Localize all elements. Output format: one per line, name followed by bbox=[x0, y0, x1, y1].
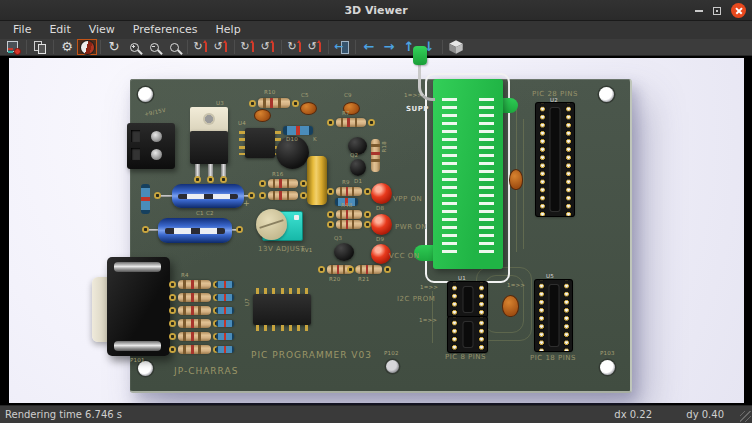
rotate-x-cw-button[interactable]: ↻ bbox=[191, 39, 211, 55]
menu-view[interactable]: View bbox=[80, 21, 124, 39]
redraw-button[interactable]: ↻ bbox=[104, 39, 124, 55]
viewport-frame: +9/15V U3 R10 C5 C9 R7 U4 D10 K Q2 D1 R1… bbox=[0, 56, 752, 405]
toolbar-separator bbox=[281, 40, 282, 54]
orthographic-projection-button[interactable] bbox=[446, 39, 466, 55]
silkscreen-label: R48 bbox=[341, 202, 352, 208]
resistor-r7 bbox=[336, 118, 366, 127]
refresh-icon: ↻ bbox=[109, 40, 120, 54]
capacitor-c5 bbox=[300, 102, 317, 115]
copy-icon bbox=[34, 41, 47, 54]
silkscreen-label: 1=>> bbox=[419, 317, 437, 323]
resistor bbox=[178, 319, 211, 328]
rotate-z-cw-button[interactable]: ↻ bbox=[285, 39, 305, 55]
arrow-right-icon: → bbox=[384, 40, 395, 54]
resistor-r16b bbox=[268, 191, 298, 200]
silkscreen-label: D9 bbox=[376, 236, 384, 242]
3d-viewer-window: 3D Viewer File Edit View Preferences Hel… bbox=[0, 0, 752, 423]
move-board-button[interactable]: ← bbox=[332, 39, 352, 55]
move-board-icon: ← bbox=[335, 41, 349, 54]
rotate-x-ccw-icon: ↺ bbox=[214, 40, 229, 54]
diode bbox=[216, 333, 234, 340]
silkscreen-label: R9 bbox=[342, 179, 350, 185]
silkscreen-label: PWR ON bbox=[395, 223, 427, 231]
rotate-z-cw-icon: ↻ bbox=[288, 40, 303, 54]
rotate-y-cw-button[interactable]: ↻ bbox=[238, 39, 258, 55]
diode-d10 bbox=[283, 126, 313, 135]
rotate-z-ccw-button[interactable]: ↺ bbox=[305, 39, 325, 55]
reload-board-button[interactable] bbox=[3, 39, 23, 55]
terminal-screw bbox=[151, 131, 162, 142]
diode-d1 bbox=[350, 159, 366, 176]
gear-icon: ⚙ bbox=[61, 40, 73, 54]
zoom-in-button[interactable] bbox=[124, 39, 144, 55]
pcb-board: +9/15V U3 R10 C5 C9 R7 U4 D10 K Q2 D1 R1… bbox=[130, 79, 632, 393]
menu-preferences[interactable]: Preferences bbox=[124, 21, 207, 39]
transistor-q3 bbox=[334, 243, 354, 261]
move-left-button[interactable]: ← bbox=[359, 39, 379, 55]
window-title: 3D Viewer bbox=[344, 4, 407, 17]
silkscreen-label: U7 bbox=[244, 298, 250, 306]
silkscreen-label: R18 bbox=[381, 141, 387, 152]
mounting-hole bbox=[138, 87, 153, 102]
menu-bar: File Edit View Preferences Help bbox=[0, 21, 752, 39]
render-options-button[interactable]: ⚙ bbox=[57, 39, 77, 55]
silkscreen-label: C9 bbox=[344, 92, 352, 98]
toolbar-separator bbox=[26, 40, 27, 54]
raytracing-render-button[interactable] bbox=[77, 39, 97, 55]
silkscreen-label: R16 bbox=[272, 171, 283, 177]
resistor bbox=[178, 332, 211, 341]
socket-18pin-u5 bbox=[535, 280, 572, 351]
status-bar: Rendering time 6.746 s dx 0.22 dy 0.40 bbox=[0, 405, 752, 423]
silkscreen-label: SUPP bbox=[406, 105, 429, 113]
menu-file[interactable]: File bbox=[4, 21, 40, 39]
mounting-hole-p102 bbox=[386, 360, 399, 373]
resistor-r9 bbox=[336, 187, 362, 196]
toolbar: ⚙ ↻ ↻ ↺ ↻ ↺ ↻ bbox=[0, 39, 752, 56]
copy-image-button[interactable] bbox=[30, 39, 50, 55]
minimize-icon[interactable] bbox=[695, 10, 703, 12]
resistor-r18 bbox=[371, 139, 380, 172]
terminal-screw bbox=[151, 149, 162, 160]
toolbar-separator bbox=[53, 40, 54, 54]
rotate-y-ccw-button[interactable]: ↺ bbox=[258, 39, 278, 55]
mounting-hole bbox=[599, 87, 614, 102]
silkscreen-label: PIC 18 PINS bbox=[530, 354, 576, 362]
menu-edit[interactable]: Edit bbox=[40, 21, 79, 39]
silkscreen-label: R20 bbox=[329, 276, 340, 282]
silkscreen-label: D1 bbox=[354, 178, 362, 184]
zoom-to-fit-button[interactable] bbox=[164, 39, 184, 55]
silkscreen-author: JP-CHARRAS bbox=[174, 366, 238, 376]
toolbar-separator bbox=[442, 40, 443, 54]
resize-grip[interactable] bbox=[740, 411, 751, 422]
rotate-y-ccw-icon: ↺ bbox=[261, 40, 276, 54]
silkscreen-label: R7 bbox=[342, 110, 350, 116]
silkscreen-label: 1=>> bbox=[507, 282, 525, 288]
socket-8pin-u1b bbox=[448, 317, 487, 352]
maximize-icon[interactable] bbox=[713, 7, 721, 15]
rotate-z-ccw-icon: ↺ bbox=[308, 40, 323, 54]
diode bbox=[216, 307, 234, 314]
menu-help[interactable]: Help bbox=[207, 21, 250, 39]
silkscreen-label: +9/15V bbox=[144, 107, 167, 117]
zoom-fit-icon bbox=[170, 43, 179, 52]
led-vcc bbox=[371, 244, 391, 264]
capacitor-yellow bbox=[307, 156, 327, 205]
mounting-hole-p103 bbox=[600, 360, 615, 375]
db9-screw bbox=[114, 341, 161, 351]
move-right-button[interactable]: → bbox=[379, 39, 399, 55]
resistor bbox=[336, 220, 362, 229]
close-icon[interactable] bbox=[731, 3, 746, 18]
silkscreen-label: C5 bbox=[301, 92, 309, 98]
rendering-time-text: Rendering time 6.746 s bbox=[5, 409, 122, 420]
title-bar[interactable]: 3D Viewer bbox=[0, 0, 752, 21]
render-canvas[interactable]: +9/15V U3 R10 C5 C9 R7 U4 D10 K Q2 D1 R1… bbox=[9, 58, 744, 403]
ic-u4 bbox=[245, 128, 275, 158]
silkscreen-label: R21 bbox=[358, 276, 369, 282]
rotate-x-ccw-button[interactable]: ↺ bbox=[211, 39, 231, 55]
db9-screw bbox=[114, 262, 161, 272]
zoom-out-button[interactable] bbox=[144, 39, 164, 55]
silkscreen-label: VPP ON bbox=[393, 195, 422, 203]
silkscreen-label: D10 bbox=[286, 136, 298, 142]
silkscreen-label: I2C PROM bbox=[397, 295, 435, 303]
silkscreen-label: U5 bbox=[546, 273, 554, 279]
